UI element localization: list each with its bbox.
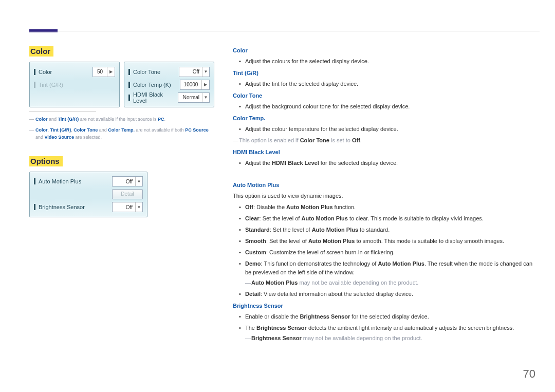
tint-row: Tint (G/R)	[34, 78, 115, 91]
brightness-sensor-row: Brightness Sensor Off ▼	[34, 201, 143, 214]
color-label: Color	[39, 69, 90, 75]
note-bs: Brightness Sensor may not be available d…	[245, 334, 540, 343]
color-tone-row: Color Tone Off ▼	[128, 65, 210, 78]
header-rule	[29, 31, 540, 31]
row-marker-icon	[128, 95, 130, 101]
chevron-down-icon[interactable]: ▼	[135, 202, 142, 212]
brightness-sensor-label: Brightness Sensor	[39, 204, 110, 210]
triangle-right-icon[interactable]: ▶	[107, 67, 115, 77]
color-spinner[interactable]: 50 ▶	[92, 67, 115, 77]
color-panel-left: Color 50 ▶ Tint (G/R)	[29, 62, 120, 107]
amp-value: Off	[113, 179, 135, 184]
amp-dropdown[interactable]: Off ▼	[112, 176, 143, 186]
bullet-amp-smooth: Smooth: Set the level of Auto Motion Plu…	[233, 237, 540, 246]
color-tone-label: Color Tone	[133, 69, 177, 75]
section-title-options: Options	[29, 156, 63, 166]
hdmi-black-dropdown[interactable]: Normal ▼	[178, 92, 210, 103]
hdmi-black-value: Normal	[178, 95, 202, 100]
color-temp-spinner[interactable]: 10000 ▶	[180, 80, 210, 90]
row-marker-icon	[34, 82, 35, 88]
color-tone-dropdown[interactable]: Off ▼	[179, 67, 210, 77]
amp-intro: This option is used to view dynamic imag…	[233, 192, 540, 200]
color-row: Color 50 ▶	[34, 65, 115, 78]
page-number: 70	[523, 367, 535, 381]
manual-page: Color Color 50 ▶ Tint (G/R)	[0, 0, 555, 392]
bullet-amp-clear: Clear: Set the level of Auto Motion Plus…	[233, 214, 540, 223]
brightness-sensor-dropdown[interactable]: Off ▼	[112, 202, 143, 212]
chevron-down-icon[interactable]: ▼	[202, 67, 209, 77]
color-temp-value: 10000	[180, 80, 202, 89]
row-marker-icon	[34, 69, 35, 75]
note-amp: Auto Motion Plus may not be available de…	[245, 278, 540, 287]
bullet-temp: Adjust the colour temperature for the se…	[233, 125, 540, 134]
tint-label: Tint (G/R)	[39, 82, 115, 88]
bullet-amp-custom: Custom: Customize the level of screen bu…	[233, 248, 540, 257]
footnote-2: Color, Tint (G/R), Color Tone and Color …	[29, 127, 214, 141]
row-marker-icon	[34, 204, 35, 210]
triangle-right-icon[interactable]: ▶	[202, 80, 209, 89]
bullet-amp-demo: Demo: This function demonstrates the tec…	[233, 259, 540, 287]
section-title-color: Color	[29, 46, 53, 57]
brightness-sensor-value: Off	[113, 204, 135, 210]
heading-tint: Tint (G/R)	[233, 69, 540, 78]
bullet-amp-off: Off: Disable the Auto Motion Plus functi…	[233, 203, 540, 212]
heading-temp: Color Temp.	[233, 114, 540, 123]
detail-button[interactable]: Detail	[112, 189, 143, 199]
footnote-1: Color and Tint (G/R) are not available i…	[29, 116, 214, 123]
hdmi-black-row: HDMI Black Level Normal ▼	[128, 91, 210, 104]
bullet-bs-1: Enable or disable the Brightness Sensor …	[233, 312, 540, 321]
footnote-rule	[29, 111, 96, 112]
chevron-down-icon[interactable]: ▼	[135, 177, 142, 186]
bullet-tone: Adjust the background colour tone for th…	[233, 102, 540, 111]
color-value: 50	[93, 67, 107, 77]
bullet-hdmi: Adjust the HDMI Black Level for the sele…	[233, 159, 540, 167]
bullet-amp-detail: Detail: View detailed information about …	[233, 290, 540, 298]
heading-amp: Auto Motion Plus	[233, 181, 540, 190]
row-marker-icon	[34, 178, 35, 184]
row-marker-icon	[128, 69, 130, 75]
heading-tone: Color Tone	[233, 91, 540, 100]
bullet-color: Adjust the colours for the selected disp…	[233, 57, 540, 66]
color-tone-value: Off	[179, 69, 202, 74]
right-column: Color Adjust the colours for the selecte…	[233, 46, 540, 345]
note-temp: This option is enabled if Color Tone is …	[233, 136, 540, 145]
color-temp-label: Color Temp (K)	[133, 82, 178, 88]
left-column: Color Color 50 ▶ Tint (G/R)	[29, 46, 214, 345]
amp-row: Auto Motion Plus Off ▼	[34, 175, 143, 188]
heading-color: Color	[233, 46, 540, 55]
amp-label: Auto Motion Plus	[39, 178, 110, 184]
color-panel-group: Color 50 ▶ Tint (G/R) Color Tone	[29, 62, 214, 107]
row-marker-icon	[128, 82, 130, 88]
options-panel: Auto Motion Plus Off ▼ Detail Brightness…	[29, 172, 147, 217]
color-temp-row: Color Temp (K) 10000 ▶	[128, 78, 210, 91]
heading-hdmi: HDMI Black Level	[233, 148, 540, 157]
color-panel-right: Color Tone Off ▼ Color Temp (K) 10000 ▶	[124, 62, 214, 107]
chevron-down-icon[interactable]: ▼	[202, 93, 209, 102]
heading-brightness-sensor: Brightness Sensor	[233, 302, 540, 310]
bullet-tint: Adjust the tint for the selected display…	[233, 80, 540, 88]
bullet-bs-2: The Brightness Sensor detects the ambien…	[233, 324, 540, 343]
detail-row: Detail	[34, 188, 143, 201]
hdmi-black-label: HDMI Black Level	[133, 91, 176, 104]
bullet-amp-standard: Standard: Set the level of Auto Motion P…	[233, 226, 540, 234]
